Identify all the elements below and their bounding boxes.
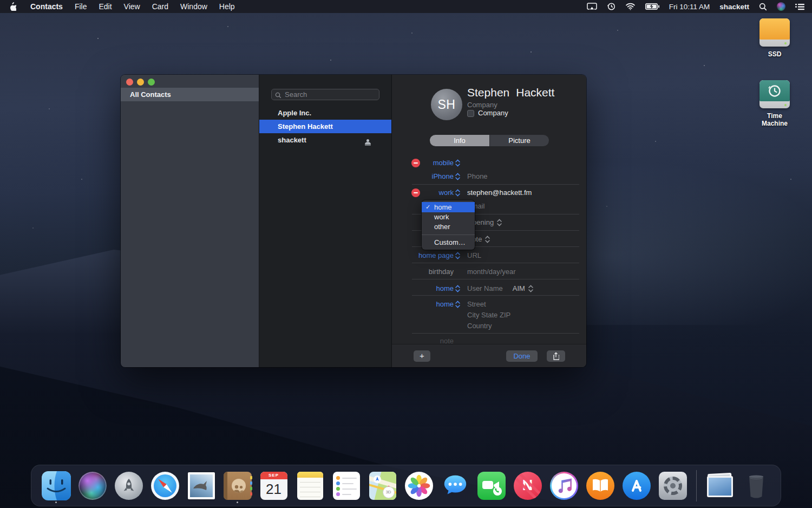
section-divider bbox=[412, 263, 579, 263]
contact-row-shackett[interactable]: shackett bbox=[259, 133, 391, 147]
birthday-input[interactable]: month/day/year bbox=[467, 266, 516, 278]
search-input[interactable] bbox=[271, 89, 379, 100]
sidebar-item-all-contacts[interactable]: All Contacts bbox=[121, 88, 259, 101]
apple-menu-icon[interactable] bbox=[0, 2, 24, 11]
dock-maps-icon[interactable]: 3D bbox=[366, 468, 399, 503]
desktop-icon-ssd[interactable]: SSD bbox=[754, 18, 795, 58]
field-row-im: home User Name AIM bbox=[392, 283, 586, 295]
field-row-email-1: work stephen@hackett.fm bbox=[392, 187, 586, 199]
url-input[interactable]: URL bbox=[467, 250, 481, 262]
menu-user[interactable]: shackett bbox=[719, 3, 749, 11]
im-field[interactable]: User Name AIM bbox=[467, 283, 533, 295]
field-label[interactable]: home bbox=[436, 298, 454, 310]
desktop-icon-time-machine[interactable]: Time Machine bbox=[754, 80, 795, 127]
battery-charging-icon[interactable] bbox=[645, 3, 659, 10]
field-row-text-tone: Note bbox=[392, 233, 586, 245]
contact-row-apple[interactable]: Apple Inc. bbox=[259, 106, 391, 120]
phone-input[interactable]: Phone bbox=[467, 171, 488, 183]
label-stepper-icon[interactable] bbox=[455, 173, 460, 182]
spotlight-icon[interactable] bbox=[759, 3, 767, 11]
maps-3d-badge: 3D bbox=[383, 486, 395, 498]
field-label[interactable]: home bbox=[436, 283, 454, 295]
dock-notes-icon[interactable] bbox=[294, 468, 326, 503]
dock-photos-icon[interactable] bbox=[403, 468, 435, 503]
wifi-icon[interactable] bbox=[625, 3, 636, 10]
menu-window[interactable]: Window bbox=[174, 0, 213, 13]
label-stepper-icon[interactable] bbox=[455, 285, 460, 294]
company-checkbox-label: Company bbox=[478, 109, 508, 117]
dock-siri-icon[interactable] bbox=[76, 468, 109, 503]
tab-info[interactable]: Info bbox=[430, 135, 489, 146]
dock-safari-icon[interactable] bbox=[149, 468, 181, 503]
last-name-field[interactable]: Hackett bbox=[516, 86, 554, 99]
remove-field-button[interactable] bbox=[411, 159, 420, 167]
dock-news-icon[interactable]: N bbox=[512, 468, 544, 503]
label-popup-menu: ✓ home work other Custom… bbox=[422, 200, 475, 250]
dock-stack-icon[interactable] bbox=[704, 468, 736, 503]
sidebar: All Contacts bbox=[121, 75, 259, 367]
share-button[interactable] bbox=[547, 350, 565, 362]
menu-edit[interactable]: Edit bbox=[93, 0, 117, 13]
field-row-birthday: birthday month/day/year bbox=[392, 266, 586, 278]
label-stepper-icon[interactable] bbox=[455, 189, 460, 198]
dock-books-icon[interactable] bbox=[584, 468, 617, 503]
address-inputs[interactable]: Street City State ZIP Country bbox=[467, 299, 510, 331]
menu-file[interactable]: File bbox=[69, 0, 93, 13]
menu-item-custom[interactable]: Custom… bbox=[422, 238, 475, 248]
dock-itunes-icon[interactable] bbox=[548, 468, 580, 503]
search-field[interactable] bbox=[271, 89, 379, 100]
menu-clock[interactable]: Fri 10:11 AM bbox=[669, 3, 710, 11]
label-stepper-icon[interactable] bbox=[455, 159, 460, 168]
field-row-phone-1: mobile bbox=[392, 157, 586, 169]
company-checkbox[interactable] bbox=[467, 110, 474, 117]
company-field[interactable]: Company bbox=[467, 101, 497, 109]
desktop-icon-label: SSD bbox=[754, 50, 795, 58]
dock-finder-icon[interactable] bbox=[40, 468, 73, 503]
tab-picture[interactable]: Picture bbox=[489, 135, 549, 146]
field-row-email-2: Email bbox=[392, 200, 586, 212]
close-button[interactable] bbox=[126, 79, 133, 86]
airplay-display-icon[interactable] bbox=[587, 3, 597, 10]
menu-help[interactable]: Help bbox=[213, 0, 241, 13]
menu-view[interactable]: View bbox=[118, 0, 146, 13]
dock-messages-icon[interactable] bbox=[439, 468, 472, 503]
label-stepper-icon[interactable] bbox=[455, 252, 460, 261]
dock-launchpad-icon[interactable] bbox=[113, 468, 145, 503]
label-stepper-icon[interactable] bbox=[455, 301, 460, 310]
field-label[interactable]: mobile bbox=[433, 157, 454, 169]
menu-item-work[interactable]: work bbox=[422, 212, 475, 222]
dock-appstore-icon[interactable] bbox=[620, 468, 653, 503]
running-indicator bbox=[55, 502, 57, 503]
country-input[interactable]: Country bbox=[467, 321, 510, 331]
value-stepper-icon bbox=[485, 236, 490, 243]
city-state-zip-input[interactable]: City State ZIP bbox=[467, 310, 510, 321]
menu-app-name[interactable]: Contacts bbox=[24, 0, 69, 13]
im-username-input[interactable]: User Name bbox=[467, 283, 503, 295]
first-name-field[interactable]: Stephen bbox=[467, 86, 509, 99]
add-field-button[interactable]: + bbox=[414, 350, 430, 362]
menu-item-other[interactable]: other bbox=[422, 222, 475, 232]
contact-row-stephen-hackett[interactable]: Stephen Hackett bbox=[259, 120, 391, 133]
zoom-button[interactable] bbox=[148, 79, 155, 86]
dock-calendar-icon[interactable]: SEP 21 bbox=[258, 468, 290, 503]
menu-card[interactable]: Card bbox=[146, 0, 174, 13]
notification-center-icon[interactable] bbox=[795, 3, 804, 10]
street-input[interactable]: Street bbox=[467, 299, 510, 310]
dock-contacts-icon[interactable] bbox=[221, 468, 254, 503]
siri-icon[interactable] bbox=[777, 2, 785, 11]
time-machine-icon[interactable] bbox=[607, 2, 615, 11]
menu-item-home[interactable]: ✓ home bbox=[422, 202, 475, 212]
im-service-value[interactable]: AIM bbox=[513, 283, 525, 295]
field-label[interactable]: home page bbox=[418, 250, 454, 262]
email-value[interactable]: stephen@hackett.fm bbox=[467, 187, 532, 199]
minimize-button[interactable] bbox=[137, 79, 144, 86]
dock-trash-icon[interactable] bbox=[740, 468, 772, 503]
dock-facetime-icon[interactable] bbox=[475, 468, 508, 503]
dock-system-preferences-icon[interactable] bbox=[657, 468, 689, 503]
dock-reminders-icon[interactable] bbox=[330, 468, 363, 503]
field-label[interactable]: iPhone bbox=[432, 171, 454, 183]
done-button[interactable]: Done bbox=[506, 350, 538, 362]
remove-field-button[interactable] bbox=[411, 188, 420, 197]
field-label[interactable]: work bbox=[439, 187, 454, 199]
dock-mail-icon[interactable] bbox=[185, 468, 218, 503]
